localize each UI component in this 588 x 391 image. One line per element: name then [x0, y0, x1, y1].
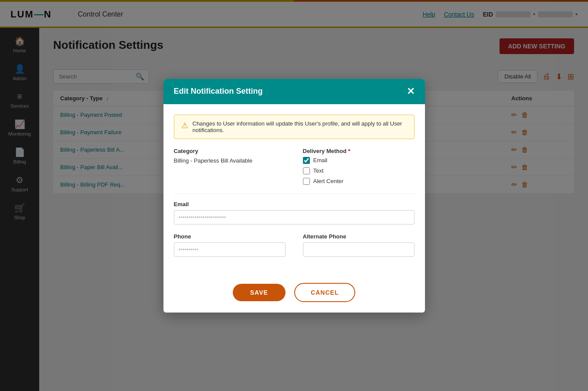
warning-text: Changes to User information will update …	[193, 120, 407, 133]
delivery-options: Email Text Alert Center	[303, 157, 415, 185]
modal-body: ⚠ Changes to User information will updat…	[163, 104, 425, 276]
category-label: Category	[174, 148, 286, 154]
delivery-option-alert[interactable]: Alert Center	[303, 178, 415, 185]
save-button[interactable]: SAVE	[233, 284, 286, 301]
phone-col: Phone	[174, 233, 286, 257]
modal-header: Edit Notification Setting ✕	[163, 79, 425, 104]
email-input[interactable]	[174, 210, 415, 224]
delivery-method-label: Delivery Method *	[303, 148, 415, 154]
email-label: Email	[174, 201, 415, 207]
modal-warning: ⚠ Changes to User information will updat…	[174, 115, 415, 139]
alert-option-label: Alert Center	[313, 178, 343, 184]
required-star: *	[348, 148, 350, 154]
email-row: Email	[174, 201, 415, 224]
email-checkbox[interactable]	[303, 157, 310, 164]
modal-overlay: Edit Notification Setting ✕ ⚠ Changes to…	[0, 0, 588, 391]
close-icon[interactable]: ✕	[407, 86, 415, 97]
edit-modal: Edit Notification Setting ✕ ⚠ Changes to…	[163, 79, 425, 313]
delivery-method-col: Delivery Method * Email Text	[303, 148, 415, 185]
text-checkbox[interactable]	[303, 167, 310, 174]
modal-footer: SAVE CANCEL	[163, 276, 425, 313]
category-col: Category Billing - Paperless Bill Availa…	[174, 148, 286, 185]
delivery-option-email[interactable]: Email	[303, 157, 415, 164]
phone-row: Phone Alternate Phone	[174, 233, 415, 257]
category-value: Billing - Paperless Bill Available	[174, 157, 252, 164]
email-option-label: Email	[313, 157, 328, 163]
alt-phone-input[interactable]	[303, 242, 415, 257]
form-divider	[174, 194, 415, 194]
cancel-button[interactable]: CANCEL	[294, 283, 355, 302]
phone-label: Phone	[174, 233, 286, 240]
alert-checkbox[interactable]	[303, 178, 310, 185]
alt-phone-label: Alternate Phone	[303, 233, 415, 240]
text-option-label: Text	[313, 167, 324, 174]
modal-title: Edit Notification Setting	[174, 87, 263, 96]
email-col: Email	[174, 201, 415, 224]
alt-phone-col: Alternate Phone	[303, 233, 415, 257]
category-delivery-row: Category Billing - Paperless Bill Availa…	[174, 148, 415, 185]
delivery-option-text[interactable]: Text	[303, 167, 415, 174]
warning-icon: ⚠	[181, 121, 188, 130]
phone-input[interactable]	[174, 242, 286, 257]
